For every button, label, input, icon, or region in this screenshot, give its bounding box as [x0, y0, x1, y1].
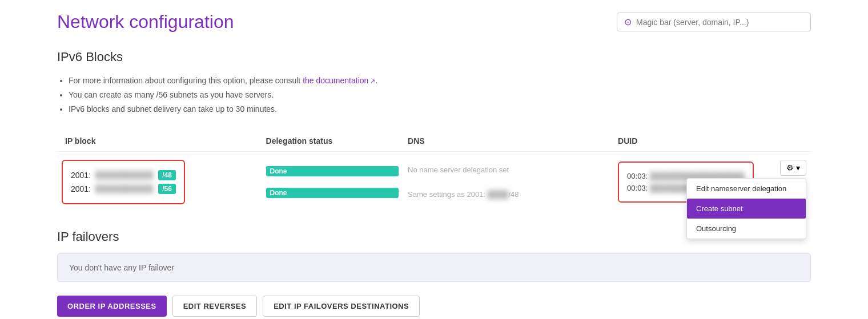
- ip-prefix-2: 2001:: [71, 184, 91, 193]
- ipv6-blocks-title: IPv6 Blocks: [57, 50, 811, 64]
- ipv6-blocks-section: IPv6 Blocks For more information about c…: [57, 50, 811, 212]
- no-failover-message: You don't have any IP failover: [57, 253, 811, 282]
- ip-badge-1: /48: [158, 170, 176, 180]
- actions-dropdown[interactable]: ⚙ ▾ Edit nameserver delegation Create su…: [780, 160, 806, 176]
- ip-row-2: 2001: ██████████ /56: [71, 184, 176, 194]
- info-item-1: For more information about configuring t…: [69, 74, 811, 88]
- doc-link[interactable]: the documentation: [303, 76, 375, 85]
- dropdown-item-edit-nameserver[interactable]: Edit nameserver delegation: [687, 179, 806, 199]
- ip-row-1: 2001: ██████████ /48: [71, 170, 176, 180]
- ipv6-table: IP block Delegation status DNS DUID 2001…: [57, 131, 811, 212]
- dropdown-menu: Edit nameserver delegation Create subnet…: [686, 178, 806, 239]
- dns-text-1: No name server delegation set: [408, 165, 609, 174]
- duid-prefix-1: 00:03:: [627, 172, 648, 180]
- info-list: For more information about configuring t…: [57, 74, 811, 117]
- gear-button[interactable]: ⚙ ▾: [780, 160, 806, 176]
- ip-prefix-1: 2001:: [71, 171, 91, 180]
- dns-cell-1: No name server delegation set Same setti…: [403, 151, 613, 212]
- edit-reverses-button[interactable]: EDIT REVERSES: [172, 296, 258, 317]
- col-header-delegation: Delegation status: [262, 131, 404, 152]
- col-header-ipblock: IP block: [57, 131, 262, 152]
- info-item-2: You can create as many /56 subnets as yo…: [69, 88, 811, 102]
- delegation-badge-2: Done: [266, 188, 399, 198]
- caret-icon: ▾: [796, 163, 800, 172]
- dropdown-item-create-subnet[interactable]: Create subnet: [687, 199, 806, 219]
- delegation-cell-1: Done Done: [262, 151, 404, 212]
- col-header-dns: DNS: [403, 131, 613, 152]
- col-header-actions: [775, 131, 811, 152]
- ip-blurred-1: ██████████: [95, 171, 154, 179]
- dns-text-2: Same settings as 2001: ████/48: [408, 190, 609, 199]
- edit-ip-failovers-destinations-button[interactable]: EDIT IP FAILOVERS DESTINATIONS: [263, 296, 420, 317]
- order-ip-addresses-button[interactable]: ORDER IP ADDRESSES: [57, 296, 167, 317]
- ip-blurred-2: ██████████: [95, 184, 154, 193]
- gear-icon: ⚙: [786, 163, 794, 172]
- magic-bar[interactable]: ⊙: [617, 13, 811, 31]
- ip-badge-2: /56: [158, 184, 176, 194]
- page-title: Network configuration: [57, 11, 234, 33]
- info-item-3: IPv6 blocks and subnet delivery can take…: [69, 102, 811, 116]
- magic-bar-input[interactable]: [636, 18, 803, 27]
- delegation-badge-1: Done: [266, 166, 399, 176]
- action-buttons-group: ORDER IP ADDRESSES EDIT REVERSES EDIT IP…: [57, 296, 811, 317]
- ip-block-cell-1: 2001: ██████████ /48 2001: ██████████ /5…: [62, 160, 185, 204]
- duid-prefix-2: 00:03:: [627, 184, 648, 192]
- table-row: 2001: ██████████ /48 2001: ██████████ /5…: [57, 151, 811, 212]
- actions-cell: ⚙ ▾ Edit nameserver delegation Create su…: [775, 151, 811, 212]
- magic-bar-icon: ⊙: [624, 17, 632, 27]
- col-header-duid: DUID: [613, 131, 775, 152]
- dropdown-item-outsourcing[interactable]: Outsourcing: [687, 219, 806, 239]
